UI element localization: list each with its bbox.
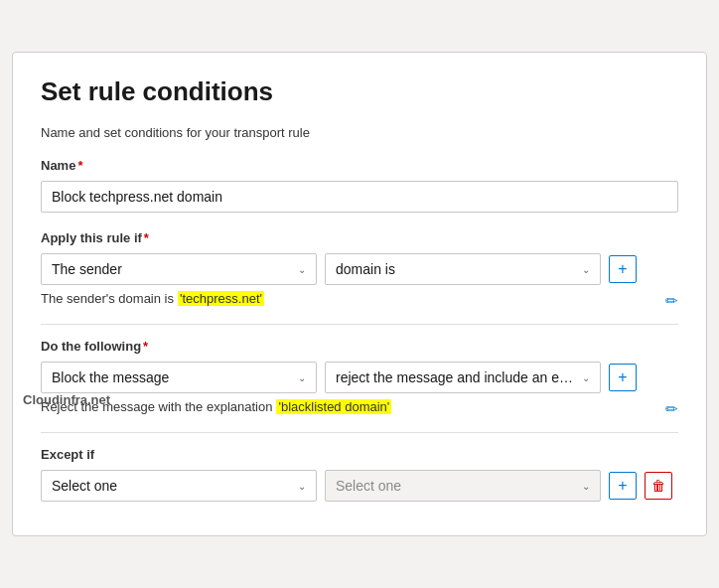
apply-rule-row: The sender ⌄ domain is ⌄ + <box>41 253 678 285</box>
do-following-label: Do the following* <box>41 339 678 354</box>
except-add-button[interactable]: + <box>609 472 637 500</box>
required-star: * <box>77 158 82 173</box>
except-right-arrow: ⌄ <box>582 481 590 492</box>
sender-dropdown[interactable]: The sender ⌄ <box>41 253 317 285</box>
action-dropdown-arrow: ⌄ <box>298 372 306 383</box>
apply-edit-icon[interactable]: ✏ <box>665 292 678 310</box>
apply-condition-desc: The sender's domain is 'techpress.net' ✏ <box>41 291 678 310</box>
except-if-label: Except if <box>41 447 678 462</box>
domain-dropdown-arrow: ⌄ <box>582 264 590 275</box>
divider-1 <box>41 324 678 325</box>
add-icon: + <box>618 260 627 278</box>
name-label: Name* <box>41 158 678 173</box>
do-add-button[interactable]: + <box>609 364 637 391</box>
rule-conditions-card: Set rule conditions Name and set conditi… <box>12 52 707 536</box>
do-condition-desc: Reject the message with the explanation … <box>41 399 678 418</box>
action-dropdown-label: Block the message <box>52 369 290 385</box>
required-star-do: * <box>143 339 148 354</box>
except-delete-icon: 🗑 <box>651 478 665 494</box>
techpress-highlight: 'techpress.net' <box>178 291 264 306</box>
detail-dropdown-arrow: ⌄ <box>582 372 590 383</box>
except-left-arrow: ⌄ <box>298 481 306 492</box>
do-edit-icon[interactable]: ✏ <box>665 400 678 418</box>
apply-rule-label: Apply this rule if* <box>41 230 678 245</box>
divider-2 <box>41 432 678 433</box>
domain-dropdown[interactable]: domain is ⌄ <box>325 253 601 285</box>
except-left-label: Select one <box>52 478 290 494</box>
except-add-icon: + <box>618 477 627 495</box>
except-select-right[interactable]: Select one ⌄ <box>325 470 601 502</box>
domain-dropdown-label: domain is <box>336 261 574 277</box>
sender-dropdown-arrow: ⌄ <box>298 264 306 275</box>
required-star-apply: * <box>144 230 149 245</box>
name-input[interactable] <box>41 181 678 213</box>
except-if-row: Select one ⌄ Select one ⌄ + 🗑 <box>41 470 678 502</box>
watermark: Cloudinfra.net <box>23 392 110 407</box>
page-subtitle: Name and set conditions for your transpo… <box>41 125 678 140</box>
sender-dropdown-label: The sender <box>52 261 290 277</box>
do-add-icon: + <box>618 368 627 386</box>
action-dropdown[interactable]: Block the message ⌄ <box>41 362 317 393</box>
blacklisted-highlight: 'blacklisted domain' <box>276 399 391 414</box>
detail-dropdown[interactable]: reject the message and include an exp...… <box>325 362 601 393</box>
do-following-row: Block the message ⌄ reject the message a… <box>41 362 678 393</box>
except-select-left[interactable]: Select one ⌄ <box>41 470 317 502</box>
detail-dropdown-label: reject the message and include an exp... <box>336 369 574 385</box>
except-delete-button[interactable]: 🗑 <box>645 472 672 500</box>
apply-add-button[interactable]: + <box>609 255 637 283</box>
page-title: Set rule conditions <box>41 76 678 107</box>
except-right-label: Select one <box>336 478 574 494</box>
apply-condition-text: The sender's domain is 'techpress.net' <box>41 291 264 306</box>
